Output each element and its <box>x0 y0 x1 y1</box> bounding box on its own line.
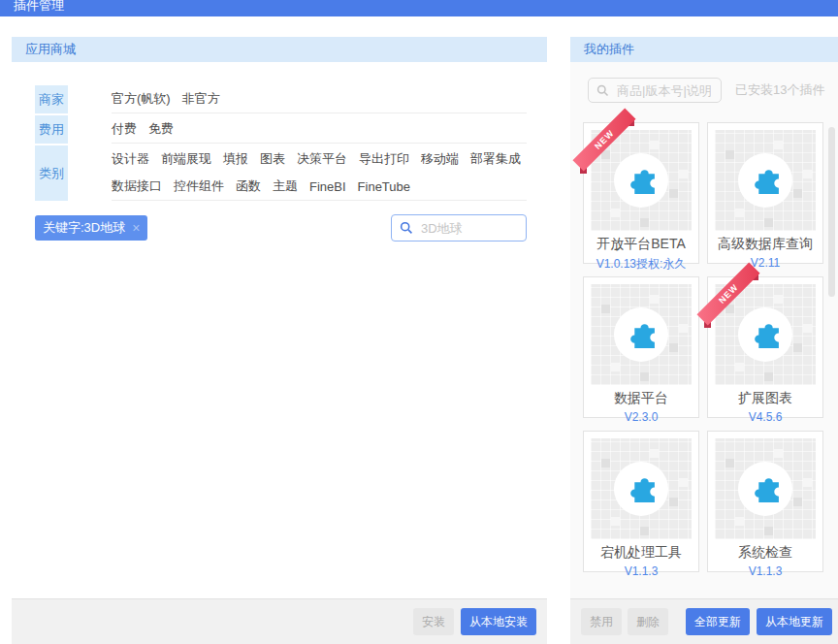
plugin-name: 系统检查 <box>708 544 822 562</box>
plugin-name: 高级数据库查询 <box>708 236 822 253</box>
plugin-card[interactable]: NEW 扩展图表 V4.5.6 <box>707 276 823 418</box>
app-store-panel: 应用商城 商家 官方(帆软)非官方 费用 付费免费 类别 设计器前端展现填报图表… <box>12 37 547 644</box>
plugin-card[interactable]: 数据平台 V2.3.0 <box>583 276 699 418</box>
keyword-tag-close-icon[interactable]: × <box>132 221 140 235</box>
plugin-name: 扩展图表 <box>708 390 822 407</box>
filter-option[interactable]: 前端展现 <box>161 150 211 168</box>
my-plugins-footer: 禁用 删除 全部更新 从本地更新 <box>570 598 838 644</box>
plugin-card[interactable]: 高级数据库查询 V2.11 <box>707 122 823 264</box>
plugin-name: 开放平台BETA <box>584 236 698 253</box>
installed-count: 已安装13个插件 <box>735 81 824 99</box>
update-from-local-button[interactable]: 从本地更新 <box>757 608 832 635</box>
keyword-tag[interactable]: 关键字:3D地球 × <box>35 215 147 241</box>
filter-option[interactable]: 函数 <box>236 177 261 195</box>
filter-options: 设计器前端展现填报图表决策平台导出打印移动端部署集成数据接口控件组件函数主题Fi… <box>112 145 527 201</box>
plugin-name: 宕机处理工具 <box>584 544 698 562</box>
plugin-icon-circle <box>614 462 668 516</box>
filter-group: 类别 设计器前端展现填报图表决策平台导出打印移动端部署集成数据接口控件组件函数主… <box>35 145 527 201</box>
store-search-input[interactable] <box>419 220 518 237</box>
delete-button[interactable]: 删除 <box>628 608 668 635</box>
plugin-thumbnail <box>591 284 692 385</box>
filter-option[interactable]: 移动端 <box>421 150 459 168</box>
plugin-thumbnail <box>591 438 692 539</box>
filter-option[interactable]: 官方(帆软) <box>112 90 171 108</box>
keyword-tag-label: 关键字:3D地球 <box>43 219 125 237</box>
plugin-version: V4.5.6 <box>708 410 822 424</box>
plugin-version: V1.0.13授权:永久 <box>584 256 698 273</box>
filter-option[interactable]: 数据接口 <box>112 177 162 195</box>
filter-option-line: 设计器前端展现填报图表决策平台导出打印移动端部署集成 <box>112 145 527 173</box>
plugin-card[interactable]: 宕机处理工具 V1.1.3 <box>583 431 699 572</box>
store-footer: 安装 从本地安装 <box>12 598 547 644</box>
my-plugins-header: 我的插件 <box>570 37 838 62</box>
store-search-box[interactable] <box>391 214 527 242</box>
scrollbar-thumb[interactable] <box>828 127 835 297</box>
puzzle-piece-icon <box>750 319 782 351</box>
keyword-tag-row: 关键字:3D地球 × <box>35 214 527 242</box>
plugin-thumbnail <box>715 438 816 539</box>
plugin-version: V2.3.0 <box>584 410 698 424</box>
plugin-card[interactable]: NEW 开放平台BETA V1.0.13授权:永久 <box>583 122 699 264</box>
update-all-button[interactable]: 全部更新 <box>686 608 750 635</box>
filter-group-label: 商家 <box>35 85 68 113</box>
filter-group-label: 费用 <box>35 115 68 144</box>
footer-right-group: 全部更新 从本地更新 <box>686 608 832 635</box>
filter-option[interactable]: 导出打印 <box>359 150 409 168</box>
filter-option-line: 官方(帆软)非官方 <box>112 85 527 113</box>
filter-option[interactable]: 决策平台 <box>297 150 347 168</box>
disable-button[interactable]: 禁用 <box>581 608 622 635</box>
plugin-version: V1.1.3 <box>708 564 822 578</box>
plugin-icon-circle <box>738 462 792 516</box>
plugin-name: 数据平台 <box>584 390 698 407</box>
install-from-local-button[interactable]: 从本地安装 <box>461 608 536 635</box>
footer-left-group: 禁用 删除 <box>581 608 668 635</box>
filter-options: 付费免费 <box>112 115 527 144</box>
plugin-icon-circle <box>614 307 668 362</box>
filter-option[interactable]: 部署集成 <box>470 150 521 168</box>
puzzle-piece-icon <box>626 473 658 505</box>
filter-group: 费用 付费免费 <box>35 115 527 144</box>
filter-option[interactable]: FineTube <box>358 179 410 194</box>
plugin-icon-circle <box>614 153 668 208</box>
my-plugins-search-row: 已安装13个插件 <box>588 78 838 103</box>
plugin-version: V2.11 <box>708 256 822 270</box>
filter-options: 官方(帆软)非官方 <box>112 85 527 113</box>
my-plugins-panel: 我的插件 已安装13个插件 NEW 开放平台BETA V <box>570 37 838 644</box>
filter-option[interactable]: 控件组件 <box>174 177 224 195</box>
window-titlebar: 插件管理 <box>0 0 838 16</box>
puzzle-piece-icon <box>750 473 782 505</box>
window-title: 插件管理 <box>14 0 838 15</box>
puzzle-piece-icon <box>626 319 658 351</box>
my-plugins-body: 已安装13个插件 NEW 开放平台BETA V1.0.13授权:永久 <box>570 62 838 598</box>
my-plugins-search-input[interactable] <box>615 82 713 99</box>
plugin-version: V1.1.3 <box>584 564 698 578</box>
filter-option[interactable]: FineBI <box>309 179 346 194</box>
filter-option[interactable]: 填报 <box>223 150 248 168</box>
filter-group-label: 类别 <box>35 145 68 201</box>
plugin-icon-circle <box>738 307 792 362</box>
search-icon <box>596 84 609 97</box>
plugin-card[interactable]: 系统检查 V1.1.3 <box>707 431 823 572</box>
plugin-thumbnail <box>715 130 816 231</box>
filter-option-line: 付费免费 <box>112 115 527 143</box>
filter-groups: 商家 官方(帆软)非官方 费用 付费免费 类别 设计器前端展现填报图表决策平台导… <box>35 85 527 201</box>
filter-option[interactable]: 非官方 <box>182 90 220 108</box>
filter-option-line: 数据接口控件组件函数主题FineBIFineTube <box>112 173 527 200</box>
filter-option[interactable]: 设计器 <box>112 150 149 168</box>
filter-option[interactable]: 付费 <box>112 120 137 138</box>
my-plugins-search-box[interactable] <box>588 78 722 103</box>
app-store-header: 应用商城 <box>12 37 547 62</box>
install-button[interactable]: 安装 <box>413 608 454 635</box>
puzzle-piece-icon <box>750 165 782 197</box>
filter-option[interactable]: 图表 <box>260 150 285 168</box>
plugin-icon-circle <box>738 153 792 208</box>
puzzle-piece-icon <box>626 165 658 197</box>
filter-option[interactable]: 免费 <box>148 120 174 138</box>
filter-group: 商家 官方(帆软)非官方 <box>35 85 527 113</box>
app-store-body: 商家 官方(帆软)非官方 费用 付费免费 类别 设计器前端展现填报图表决策平台导… <box>12 62 547 598</box>
plugin-card-grid: NEW 开放平台BETA V1.0.13授权:永久 高级数据库查询 V <box>583 122 838 572</box>
filter-option[interactable]: 主题 <box>273 177 298 195</box>
search-icon <box>400 221 413 235</box>
